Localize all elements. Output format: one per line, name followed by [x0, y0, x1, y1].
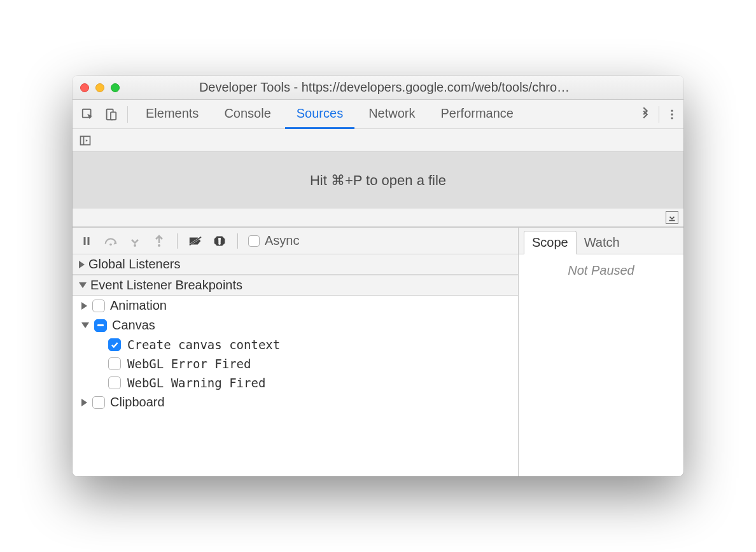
tab-performance[interactable]: Performance — [430, 100, 526, 129]
step-into-icon[interactable] — [127, 233, 143, 249]
animation-checkbox[interactable] — [92, 300, 105, 312]
debug-separator-1 — [177, 233, 178, 249]
collapse-icon — [79, 282, 87, 288]
tab-watch[interactable]: Watch — [577, 231, 627, 254]
traffic-lights — [80, 83, 120, 92]
zoom-window-button[interactable] — [111, 83, 120, 92]
section-event-listener-breakpoints[interactable]: Event Listener Breakpoints — [73, 275, 518, 296]
pause-on-exceptions-icon[interactable] — [212, 233, 227, 249]
inspect-element-icon[interactable] — [78, 104, 98, 125]
section-label: Event Listener Breakpoints — [90, 278, 242, 293]
create-canvas-context-checkbox[interactable] — [108, 338, 121, 351]
tab-console[interactable]: Console — [213, 100, 282, 129]
async-checkbox-group[interactable]: Async — [248, 233, 299, 248]
svg-point-11 — [158, 244, 160, 247]
category-label: Canvas — [112, 318, 155, 333]
svg-rect-7 — [84, 237, 86, 245]
tabbar-divider — [127, 106, 128, 123]
expand-icon[interactable] — [81, 399, 87, 406]
svg-point-3 — [671, 109, 673, 111]
category-label: Animation — [110, 298, 167, 313]
collapse-icon[interactable] — [81, 322, 89, 328]
svg-point-4 — [671, 113, 673, 115]
sources-subtoolbar — [73, 129, 683, 152]
show-navigator-icon[interactable] — [78, 133, 93, 148]
tab-elements[interactable]: Elements — [134, 100, 210, 129]
breakpoint-label: Create canvas context — [127, 338, 280, 352]
section-global-listeners[interactable]: Global Listeners — [73, 254, 518, 275]
tab-sources[interactable]: Sources — [285, 100, 354, 129]
svg-rect-8 — [88, 237, 90, 245]
debugger-left-pane: Async Global Listeners Event Listener Br… — [73, 228, 518, 476]
right-tabs: Scope Watch — [519, 228, 683, 254]
devtools-window: Developer Tools - https://developers.goo… — [73, 76, 683, 476]
category-label: Clipboard — [110, 395, 165, 410]
hint-strip — [73, 209, 683, 226]
breakpoints-tree: Global Listeners Event Listener Breakpoi… — [73, 254, 518, 476]
svg-rect-2 — [111, 112, 116, 120]
clipboard-checkbox[interactable] — [92, 396, 105, 409]
main-tabbar: Elements Console Sources Network Perform… — [73, 100, 683, 129]
category-canvas[interactable]: Canvas — [73, 315, 518, 335]
window-title: Developer Tools - https://developers.goo… — [131, 80, 676, 95]
canvas-checkbox[interactable] — [94, 319, 107, 332]
expand-icon[interactable] — [81, 302, 87, 310]
tab-scope[interactable]: Scope — [524, 231, 577, 254]
expand-icon — [79, 261, 85, 268]
svg-point-9 — [109, 243, 112, 245]
svg-rect-6 — [81, 136, 90, 144]
category-clipboard[interactable]: Clipboard — [73, 392, 518, 412]
sources-content: Async Global Listeners Event Listener Br… — [73, 227, 683, 476]
step-over-icon[interactable] — [103, 233, 118, 249]
pause-script-icon[interactable] — [79, 233, 94, 249]
titlebar: Developer Tools - https://developers.goo… — [73, 76, 683, 100]
svg-point-5 — [671, 117, 673, 119]
tab-network[interactable]: Network — [357, 100, 426, 129]
close-window-button[interactable] — [80, 83, 89, 92]
async-label: Async — [265, 233, 299, 248]
debugger-right-pane: Scope Watch Not Paused — [518, 228, 683, 476]
breakpoint-label: WebGL Error Fired — [127, 357, 251, 371]
scope-body: Not Paused — [519, 254, 683, 476]
editor-hint-area: Hit ⌘+P to open a file — [73, 152, 683, 227]
webgl-warning-checkbox[interactable] — [108, 376, 121, 389]
async-checkbox[interactable] — [248, 235, 260, 247]
webgl-error-checkbox[interactable] — [108, 357, 121, 370]
svg-point-10 — [134, 244, 136, 247]
breakpoint-label: WebGL Warning Fired — [127, 376, 265, 390]
svg-rect-17 — [219, 243, 221, 245]
debug-separator-2 — [237, 233, 238, 249]
minimize-window-button[interactable] — [95, 83, 104, 92]
category-animation[interactable]: Animation — [73, 296, 518, 315]
breakpoint-create-canvas-context[interactable]: Create canvas context — [73, 335, 518, 354]
step-out-icon[interactable] — [151, 233, 167, 249]
breakpoint-webgl-error-fired[interactable]: WebGL Error Fired — [73, 354, 518, 373]
settings-kebab-icon[interactable] — [666, 108, 678, 121]
device-toggle-icon[interactable] — [101, 104, 121, 125]
drawer-toggle-icon[interactable] — [666, 211, 678, 224]
breakpoint-webgl-warning-fired[interactable]: WebGL Warning Fired — [73, 373, 518, 392]
deactivate-breakpoints-icon[interactable] — [188, 233, 203, 249]
open-file-hint: Hit ⌘+P to open a file — [73, 152, 683, 209]
more-tabs-icon[interactable] — [638, 107, 652, 121]
tabbar-divider-2 — [659, 106, 659, 123]
svg-rect-16 — [219, 238, 221, 242]
debug-toolbar: Async — [73, 228, 518, 254]
section-label: Global Listeners — [88, 257, 181, 272]
